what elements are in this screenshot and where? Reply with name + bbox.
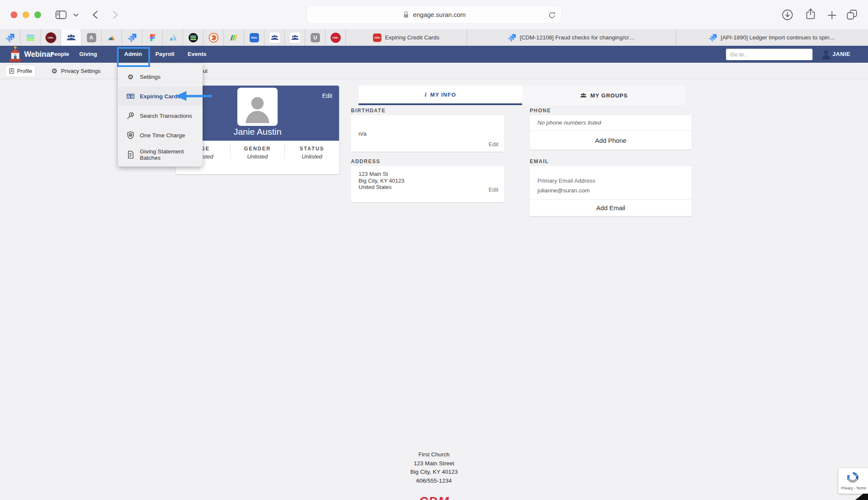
footer-phone: 606/555-1234 — [0, 477, 868, 486]
subnav-profile-label: Profile — [17, 68, 32, 74]
menu-item-search-transactions[interactable]: Search Transactions — [118, 106, 203, 125]
pinned-tab[interactable] — [20, 29, 41, 46]
statement-icon — [126, 150, 135, 159]
pinned-tab[interactable] — [122, 29, 142, 46]
gear-icon: ⚙ — [51, 63, 57, 79]
address-lines: 123 Main St Big City, KY 40123 United St… — [359, 171, 404, 191]
person-silhouette-icon — [242, 91, 273, 126]
menu-item-settings[interactable]: ⚙ Settings — [118, 67, 203, 86]
letter-a-icon: A — [87, 33, 96, 42]
subnav-item-profile[interactable]: Profile — [5, 65, 36, 77]
tab-label: MY INFO — [430, 92, 456, 98]
stat-value: Unlisted — [285, 153, 339, 160]
recaptcha-icon — [845, 470, 860, 485]
recaptcha-badge: Privacy - Terms — [838, 468, 868, 494]
forward-button[interactable] — [111, 10, 120, 19]
pinned-tab[interactable] — [285, 29, 305, 46]
pinned-tab-active[interactable] — [61, 29, 81, 46]
app-window: $ $ — [0, 0, 868, 500]
tab-my-groups[interactable]: MY GROUPS — [522, 86, 685, 105]
phone-card: No phone numbers listed Add Phone — [530, 115, 692, 150]
new-tab-icon[interactable] — [827, 11, 837, 20]
birthdate-card: n/a Edit — [351, 115, 504, 152]
sidebar-toggle-icon[interactable] — [56, 11, 67, 19]
zoom-window-button[interactable] — [34, 11, 41, 18]
tab-cdm-12108[interactable]: [CDM-12108] Fraud checks for changing/cr… — [467, 29, 676, 46]
reload-icon[interactable] — [548, 11, 556, 19]
birthdate-value: n/a — [359, 131, 367, 137]
clock-icon — [209, 33, 219, 43]
pinned-tab[interactable] — [224, 29, 244, 46]
cdm-footer-logo: CDM — [0, 494, 868, 500]
nav-item-events[interactable]: Events — [181, 46, 213, 63]
admin-dropdown-menu: ⚙ Settings Expiring Cards Search Transac… — [118, 64, 203, 167]
url-text: engage.suran.com — [413, 11, 465, 18]
pinned-tab[interactable]: A — [81, 29, 102, 46]
pinned-tab[interactable] — [163, 29, 183, 46]
minimize-window-button[interactable] — [22, 11, 29, 18]
add-email-button[interactable]: Add Email — [530, 200, 692, 216]
tab-my-info[interactable]: i MY INFO — [359, 86, 522, 105]
stat-value: Unlisted — [231, 153, 284, 160]
user-name[interactable]: JANIE — [832, 46, 860, 63]
subnav-item-privacy-settings[interactable]: Privacy Settings — [61, 63, 100, 79]
tab-expiring-credit-cards[interactable]: CDM+ Expiring Credit Cards — [346, 29, 467, 46]
pinned-tab[interactable] — [203, 29, 224, 46]
go-to-search-input[interactable] — [726, 49, 812, 60]
pinned-tab[interactable] — [102, 29, 122, 46]
email-value[interactable]: julianne@suran.com — [537, 187, 590, 194]
stat-label: STATUS — [285, 146, 339, 152]
shield-dollar-icon — [126, 131, 135, 139]
stat-label: GENDER — [231, 146, 284, 152]
info-tabs-bar: i MY INFO MY GROUPS — [359, 86, 685, 105]
page-footer: First Church 123 Main Street Big City, K… — [0, 450, 868, 485]
add-phone-button[interactable]: Add Phone — [530, 131, 692, 150]
back-button[interactable] — [91, 10, 100, 19]
address-line3: United States — [359, 184, 404, 191]
user-avatar-icon[interactable] — [821, 49, 832, 60]
profile-edit-link[interactable]: Edit — [322, 92, 332, 99]
tab-strip: CDM+ A — [0, 29, 868, 46]
address-edit-link[interactable]: Edit — [489, 186, 498, 193]
pinned-tab[interactable]: CDM+ — [41, 29, 61, 46]
people-icon — [270, 33, 280, 43]
pinned-tab[interactable]: CDM+ — [326, 29, 346, 46]
address-card: 123 Main St Big City, KY 40123 United St… — [351, 166, 504, 202]
pinned-tab[interactable] — [142, 29, 163, 46]
address-bar[interactable]: engage.suran.com — [307, 6, 561, 23]
pinned-tab[interactable]: box — [244, 29, 264, 46]
pinned-tab[interactable]: U — [305, 29, 326, 46]
tab-api-1890[interactable]: [API-1890] Ledger Import continues to sp… — [676, 29, 868, 46]
recaptcha-links[interactable]: Privacy - Terms — [838, 486, 868, 490]
email-card: Primary Email Address julianne@suran.com… — [530, 166, 692, 216]
profile-avatar — [237, 88, 278, 126]
stripes-icon — [26, 33, 35, 42]
credit-cards-icon — [126, 92, 135, 100]
pinned-tab[interactable] — [264, 29, 285, 46]
close-window-button[interactable] — [11, 11, 17, 18]
address-heading: ADDRESS — [351, 158, 380, 164]
menu-item-one-time-charge[interactable]: One Time Charge — [118, 125, 203, 145]
church-logo-icon — [8, 46, 22, 62]
tab-title: Expiring Credit Cards — [385, 34, 439, 41]
phone-heading: PHONE — [530, 108, 551, 114]
pinned-tab[interactable] — [183, 29, 203, 46]
cdm-red-icon: CDM+ — [373, 33, 381, 42]
nav-item-payroll[interactable]: Payroll — [149, 46, 181, 63]
cdm-dark-icon: CDM+ — [45, 32, 56, 43]
address-line2: Big City, KY 40123 — [359, 178, 404, 184]
downloads-icon[interactable] — [782, 9, 793, 21]
menu-item-giving-statement-batches[interactable]: Giving Statement Batches — [118, 145, 203, 164]
share-icon[interactable] — [805, 8, 816, 21]
birthdate-heading: BIRTHDATE — [351, 108, 386, 114]
jira-icon — [508, 33, 516, 42]
footer-org-name: First Church — [0, 450, 868, 459]
cdm-logo-text: CDM — [419, 494, 449, 500]
engage-people-icon — [66, 33, 76, 43]
tab-overview-icon[interactable] — [846, 9, 858, 20]
pinned-tab[interactable] — [0, 29, 20, 46]
nav-item-giving[interactable]: Giving — [75, 46, 101, 63]
birthdate-edit-link[interactable]: Edit — [489, 141, 498, 147]
contact-card-icon — [8, 68, 15, 74]
chevron-down-icon[interactable] — [73, 13, 79, 17]
